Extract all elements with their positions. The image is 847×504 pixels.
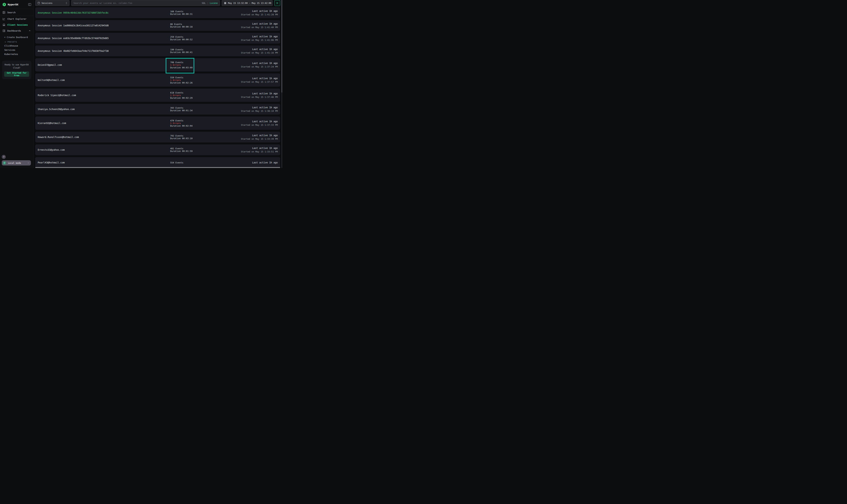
session-last-active: Last active 1h ago (237, 161, 278, 164)
sidebar-item-label: Client Sessions (7, 23, 28, 26)
help-button[interactable]: ? (2, 155, 6, 159)
session-duration: Duration 00:02:29 (170, 96, 237, 99)
session-row[interactable]: Ernesto33@yahoo.com 481 Events Duration … (35, 144, 280, 155)
session-row[interactable]: Kieran92@hotmail.com 470 Events 1 Errors… (35, 116, 280, 130)
create-dashboard-button[interactable]: + Create Dashboard (0, 34, 33, 39)
laptop-icon (2, 23, 5, 26)
session-row[interactable]: Deion37@gmail.com 706 Events 1 Errors Du… (35, 58, 280, 72)
session-stats: 470 Events 1 Errors Duration 00:02:04 (170, 119, 237, 127)
calendar-icon (224, 2, 226, 4)
source-select[interactable]: Sessions (35, 0, 69, 6)
session-events: 190 Events (170, 48, 237, 51)
session-meta: Last active 1h ago Started on May 15 1:4… (237, 22, 280, 29)
presets-label: PRESETS (7, 41, 17, 43)
local-mode-button[interactable]: U Local mode (2, 160, 31, 165)
session-events: 259 Events (170, 36, 237, 38)
sidebar-item-label: Dashboards (7, 30, 21, 32)
chevron-down-icon (4, 41, 6, 43)
session-last-active: Last active 1h ago (237, 77, 278, 80)
session-meta: Last active 1h ago Started on May 15 1:3… (237, 77, 280, 83)
session-meta: Last active 1h ago Started on May 15 1:3… (237, 106, 280, 112)
sidebar-item-chart-explorer[interactable]: Chart Explorer (0, 16, 33, 22)
session-row[interactable]: Anonymous Session ee03c95e0b68cffd92bc57… (35, 33, 280, 43)
lang-divider: | (207, 2, 208, 4)
session-duration: Duration 00:02:04 (170, 125, 237, 127)
session-duration: Duration 00:03:09 (170, 66, 237, 69)
journal-search-icon (2, 11, 5, 14)
session-started: Started on May 15 1:33:51 PM (237, 150, 278, 153)
session-row[interactable]: Roderick_Sipes1@hotmail.com 618 Events 1… (35, 89, 280, 102)
user-avatar: U (3, 161, 6, 165)
logo-row: HyperDX (0, 0, 33, 9)
session-row[interactable]: Shaniya.Schoen20@yahoo.com 393 Events Du… (35, 104, 280, 114)
session-row[interactable]: Anonymous Session 1ad066d3c3b41cea381127… (35, 20, 280, 31)
session-started: Started on May 15 1:41:40 PM (237, 26, 278, 29)
session-last-active: Last active 1h ago (237, 10, 278, 13)
presets-toggle[interactable]: PRESETS (0, 39, 33, 43)
session-title: Anonymous Session 1ad066d3c3b41cea381127… (38, 24, 170, 27)
session-started: Started on May 15 1:37:33 PM (237, 124, 278, 126)
session-title: Pearl43@hotmail.com (38, 161, 170, 164)
session-last-active: Last active 1h ago (237, 48, 278, 51)
session-title: Roderick_Sipes1@hotmail.com (38, 94, 170, 96)
session-events: 86 Events (170, 23, 237, 25)
session-events: 166 Events (170, 10, 237, 13)
session-stats: 166 Events Duration 00:00:31 (170, 10, 237, 15)
session-stats: 550 Events 1 Errors Duration 00:02:26 (170, 76, 237, 84)
date-range-picker[interactable]: May 15 13:32:00 - May 15 13:42:00 (222, 0, 273, 6)
run-query-button[interactable] (274, 0, 280, 6)
topbar: Sessions SQL | Lucene (35, 0, 280, 6)
session-row[interactable]: Anonymous Session 9959c464b13dc7637327d8… (35, 7, 280, 18)
session-started: Started on May 15 1:37:24 PM (237, 65, 278, 68)
brand-name: HyperDX (8, 3, 28, 6)
preset-clickhouse[interactable]: Clickhouse (0, 43, 33, 48)
session-title: Walton9@hotmail.com (38, 79, 170, 82)
session-meta: Last active 1h ago Started on May 15 1:3… (237, 120, 280, 126)
sidebar-item-dashboards[interactable]: Dashboards (0, 28, 33, 34)
session-duration: Duration 00:00:41 (170, 51, 237, 54)
session-errors: 1 Errors (170, 94, 237, 96)
session-meta: Last active 1h ago Started on May 15 1:3… (237, 134, 280, 140)
preset-services[interactable]: Services (0, 48, 33, 52)
preset-kubernetes[interactable]: Kubernetes (0, 52, 33, 56)
session-stats: 393 Events Duration 00:01:34 (170, 107, 237, 112)
session-stats: 702 Events Duration 00:03:10 (170, 134, 237, 140)
session-row[interactable]: Anonymous Session 4bd02fe6643aaf44e711f6… (35, 46, 280, 56)
session-last-active: Last active 1h ago (237, 22, 278, 25)
session-stats: 86 Events Duration 00:00:18 (170, 23, 237, 28)
chevron-up-icon[interactable] (29, 30, 31, 32)
session-events: 550 Events (170, 76, 237, 79)
chevron-right-icon (27, 162, 29, 164)
session-events: 481 Events (170, 147, 237, 150)
session-events: 554 Events (170, 161, 237, 164)
session-stats: 259 Events Duration 00:00:52 (170, 36, 237, 41)
sidebar-item-label: Chart Explorer (7, 18, 27, 20)
sidebar-item-client-sessions[interactable]: Client Sessions (0, 22, 33, 28)
scrollbar-thumb[interactable] (281, 0, 282, 92)
session-title: Howard.Runolfsson@hotmail.com (38, 136, 170, 139)
session-title: Deion37@gmail.com (38, 64, 170, 66)
session-list: Anonymous Session 9959c464b13dc7637327d8… (35, 6, 280, 168)
lucene-toggle[interactable]: Lucene (210, 2, 218, 4)
sidebar-item-search[interactable]: Search (0, 9, 33, 16)
dashboards-icon (2, 29, 5, 32)
search-input[interactable] (73, 2, 201, 4)
session-duration: Duration 00:02:26 (170, 82, 237, 84)
get-started-button[interactable]: Get Started for Free (4, 72, 29, 77)
session-title: Anonymous Session 9959c464b13dc7637327d8… (38, 11, 170, 14)
session-title: Anonymous Session ee03c95e0b68cffd92bc57… (38, 37, 170, 40)
session-row[interactable]: Walton9@hotmail.com 550 Events 1 Errors … (35, 73, 280, 87)
sql-toggle[interactable]: SQL (202, 2, 206, 4)
session-started: Started on May 15 1:41:06 PM (237, 38, 278, 41)
session-events: 618 Events (170, 91, 237, 94)
hyperdx-logo-icon (2, 3, 6, 6)
search-bar: SQL | Lucene (71, 0, 220, 6)
session-row[interactable]: Pearl43@hotmail.com 554 Events Last acti… (35, 157, 280, 168)
collapse-sidebar-icon[interactable] (28, 3, 31, 6)
vertical-scrollbar[interactable] (281, 0, 282, 168)
horizontal-scrollbar[interactable] (35, 167, 280, 168)
dashboards-subsection: + Create Dashboard PRESETS Clickhouse Se… (0, 34, 33, 56)
session-last-active: Last active 1h ago (237, 134, 278, 137)
session-row[interactable]: Howard.Runolfsson@hotmail.com 702 Events… (35, 132, 280, 143)
session-last-active: Last active 1h ago (237, 106, 278, 109)
